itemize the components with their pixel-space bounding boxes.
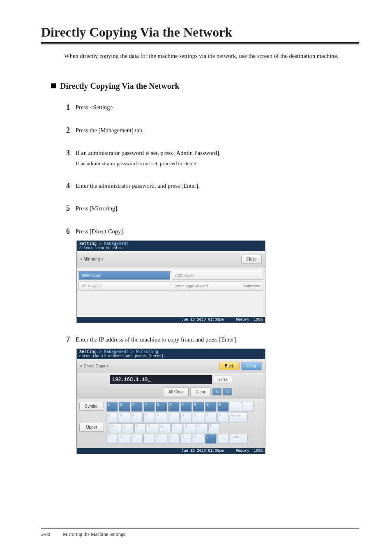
memory-label: Memory xyxy=(236,449,249,453)
breadcrumb-part: Setting xyxy=(79,350,97,354)
step-number: 7 xyxy=(64,335,70,344)
toolbar: < Mirroring > Close xyxy=(77,251,265,268)
panel-body: Direct Copy USB Import USB Export Direct… xyxy=(77,268,265,317)
clear-row: All Clear Clear < > xyxy=(77,386,265,399)
step-7: 7 Enter the IP address of the machine to… xyxy=(64,335,359,344)
key[interactable]: 8 xyxy=(193,402,204,412)
breadcrumb: Setting > Management > Mirroring Enter t… xyxy=(77,349,265,359)
key-row-4: - z x c v b n m . .com xyxy=(106,434,263,444)
key[interactable]: 3 xyxy=(131,402,143,412)
cursor-right-icon[interactable]: > xyxy=(223,388,232,395)
step-number: 6 xyxy=(64,227,70,236)
key[interactable]: e xyxy=(131,413,143,422)
key[interactable] xyxy=(242,402,254,412)
key[interactable] xyxy=(230,402,241,412)
key[interactable]: u xyxy=(180,413,192,422)
option-direct-copy-allowed[interactable]: Direct Copy Allowed NotAllowed xyxy=(172,282,263,291)
key[interactable]: i xyxy=(193,413,204,422)
step-text: Enter the IP address of the machine to c… xyxy=(76,335,359,344)
option-direct-copy[interactable]: Direct Copy xyxy=(78,271,170,280)
step-5: 5 Press [Mirroring]. xyxy=(64,204,359,213)
option-usb-export[interactable]: USB Export xyxy=(78,282,170,291)
breadcrumb-part: Management xyxy=(104,350,129,354)
key[interactable]: 7 xyxy=(180,402,192,412)
breadcrumb: Setting > Management Select item to edit… xyxy=(77,241,265,251)
status-bar: Jun 15 2010 01:30pm Memory 100% xyxy=(77,317,265,323)
key[interactable]: x xyxy=(131,434,143,444)
key[interactable]: r xyxy=(143,413,155,422)
key[interactable]: s xyxy=(122,423,134,433)
close-button[interactable]: Close xyxy=(241,255,262,263)
step-3: 3 If an administrator password is set, p… xyxy=(64,149,359,167)
com-key[interactable]: .com xyxy=(230,434,248,444)
key[interactable]: j xyxy=(184,423,195,433)
toolbar-title: < Mirroring > xyxy=(80,257,104,261)
status-datetime: Jun 15 2010 01:30pm xyxy=(182,449,224,453)
key[interactable]: 1 xyxy=(106,402,118,412)
key[interactable]: w xyxy=(119,413,130,422)
key[interactable]: 6 xyxy=(168,402,180,412)
key[interactable]: l xyxy=(208,423,220,433)
back-button[interactable]: Back xyxy=(219,362,240,370)
enter-button[interactable]: Enter xyxy=(241,362,262,370)
key[interactable]: a xyxy=(110,423,121,433)
status-datetime: Jun 15 2010 01:30pm xyxy=(182,318,224,322)
key[interactable]: p xyxy=(217,413,229,422)
step-text: Enter the administrator password, and pr… xyxy=(76,182,359,191)
key[interactable]: f xyxy=(147,423,158,433)
key[interactable]: m xyxy=(193,434,204,444)
key[interactable]: y xyxy=(168,413,180,422)
cursor-left-icon[interactable]: < xyxy=(212,388,221,395)
key[interactable]: v xyxy=(156,434,167,444)
key[interactable]: o xyxy=(205,413,217,422)
step-text: Press [Direct Copy]. xyxy=(76,227,359,236)
bullet-square-icon xyxy=(51,83,56,88)
symbol-button[interactable]: Symbol xyxy=(79,402,104,411)
step-subtext: If an administrator password is not set,… xyxy=(76,159,359,168)
key[interactable]: 5 xyxy=(156,402,167,412)
step-2: 2 Press the [Management] tab. xyxy=(64,126,359,135)
memory-label: Memory xyxy=(236,318,249,322)
upper-button[interactable]: Upper xyxy=(79,423,104,432)
step-text: Press <Setting>. xyxy=(76,103,359,112)
clear-button[interactable]: Clear xyxy=(190,388,211,396)
input-row: 192.168.1.10_ 12/15 xyxy=(77,373,265,386)
toolbar-title: < Direct Copy > xyxy=(80,364,108,368)
key-row-1: 1 2 3 4 5 6 7 8 9 0 xyxy=(106,402,263,412)
key[interactable]: c xyxy=(143,434,155,444)
key[interactable]: 2 xyxy=(119,402,130,412)
key[interactable]: k xyxy=(196,423,208,433)
key[interactable]: n xyxy=(180,434,192,444)
key[interactable]: - xyxy=(106,434,118,444)
key[interactable]: 4 xyxy=(143,402,155,412)
key-row-3: a s d f g h j k l xyxy=(110,423,263,433)
key[interactable] xyxy=(217,434,229,444)
key[interactable]: 9 xyxy=(205,402,217,412)
key[interactable]: b xyxy=(168,434,180,444)
step-text: Press the [Management] tab. xyxy=(76,126,359,135)
subheading-row: Directly Copying Via the Network xyxy=(51,81,359,91)
ip-input[interactable]: 192.168.1.10_ xyxy=(110,375,212,384)
step-number: 2 xyxy=(64,126,70,135)
step-number: 5 xyxy=(64,204,70,213)
space-key[interactable]: Space xyxy=(230,413,248,422)
page-number: 2-80 xyxy=(41,531,50,537)
step-number: 1 xyxy=(64,103,70,112)
key[interactable]: h xyxy=(171,423,183,433)
all-clear-button[interactable]: All Clear xyxy=(164,388,189,396)
footer-rule xyxy=(41,529,359,529)
key[interactable]: z xyxy=(119,434,130,444)
key[interactable]: d xyxy=(134,423,146,433)
key[interactable]: q xyxy=(106,413,118,422)
key[interactable]: t xyxy=(156,413,167,422)
toolbar: < Direct Copy > Back Enter xyxy=(77,359,265,373)
subheading: Directly Copying Via the Network xyxy=(60,81,180,91)
key-dot[interactable]: . xyxy=(205,434,217,444)
step-4: 4 Enter the administrator password, and … xyxy=(64,182,359,191)
key[interactable]: 0 xyxy=(217,402,229,412)
option-usb-import[interactable]: USB Import xyxy=(172,271,263,280)
screenshot-mirroring: Setting > Management Select item to edit… xyxy=(76,240,265,323)
step-number: 3 xyxy=(64,149,70,157)
char-counter: 12/15 xyxy=(214,376,232,384)
key[interactable]: g xyxy=(159,423,171,433)
